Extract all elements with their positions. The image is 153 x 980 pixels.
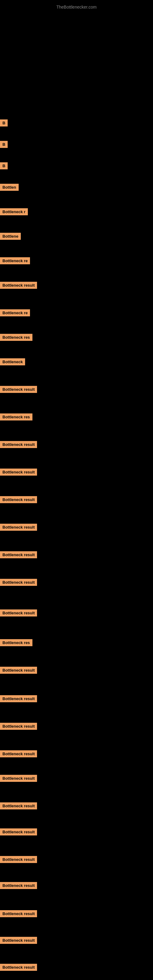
bottleneck-label-row: Bottleneck result (0, 829, 37, 837)
bottleneck-label-row: B (0, 141, 8, 149)
bottleneck-label-row: Bottleneck result (0, 882, 37, 890)
bottleneck-label-row: Bottleneck re (0, 309, 30, 318)
bottleneck-label-row: Bottleneck result (0, 667, 37, 675)
bottleneck-label: B (0, 162, 8, 169)
bottleneck-label-row: Bottleneck result (0, 386, 37, 394)
bottleneck-label-row: Bottleneck result (0, 469, 37, 477)
bottleneck-label: Bottleneck result (0, 802, 37, 810)
bottleneck-label-row: Bottleneck result (0, 282, 37, 290)
bottleneck-label-row: Bottleneck res (0, 639, 32, 648)
bottleneck-label: Bottleneck result (0, 496, 37, 503)
bottleneck-label-row: Bottleneck r (0, 208, 28, 216)
bottleneck-label: Bottleneck result (0, 723, 37, 730)
bottleneck-label: Bottleneck result (0, 829, 37, 835)
bottleneck-label: Bottleneck result (0, 882, 37, 889)
bottleneck-label: Bottleneck result (0, 282, 37, 289)
bottleneck-label: Bottleneck result (0, 775, 37, 782)
bottleneck-label: B (0, 141, 8, 148)
bottleneck-label: Bottleneck r (0, 208, 28, 215)
bottleneck-label-row: Bottleneck re (0, 257, 30, 266)
bottleneck-label: Bottleneck re (0, 309, 30, 317)
bottleneck-label: Bottleneck (0, 358, 25, 365)
site-title: TheBottlenecker.com (0, 2, 153, 11)
bottleneck-label: Bottleneck result (0, 910, 37, 917)
bottleneck-label-row: Bottleneck result (0, 775, 37, 783)
bottleneck-label: Bottleneck result (0, 750, 37, 757)
bottleneck-label: Bottleneck re (0, 257, 30, 264)
bottleneck-label: Bottleneck result (0, 386, 37, 393)
bottleneck-label: Bottleneck result (0, 667, 37, 674)
bottleneck-label: Bottleneck result (0, 609, 37, 616)
bottleneck-label-row: B (0, 162, 8, 170)
bottleneck-label-row: Bottleneck result (0, 524, 37, 532)
bottleneck-label-row: Bottleneck res (0, 414, 32, 422)
bottleneck-label-row: Bottleneck result (0, 856, 37, 864)
bottleneck-label: Bottleneck result (0, 441, 37, 448)
bottleneck-label-row: Bottlen (0, 184, 19, 192)
bottleneck-label: Bottleneck result (0, 856, 37, 863)
bottleneck-label-row: Bottlene (0, 233, 21, 241)
bottleneck-label-row: Bottleneck result (0, 609, 37, 618)
bottleneck-label: B (0, 119, 8, 126)
bottleneck-label: Bottlen (0, 184, 19, 191)
bottleneck-label: Bottleneck result (0, 551, 37, 558)
bottleneck-label: Bottleneck res (0, 334, 32, 341)
bottleneck-label: Bottleneck result (0, 964, 37, 971)
bottleneck-label: Bottleneck res (0, 414, 32, 420)
bottleneck-label: Bottleneck result (0, 937, 37, 944)
bottleneck-label-row: Bottleneck result (0, 802, 37, 811)
bottleneck-label-row: Bottleneck result (0, 937, 37, 945)
bottleneck-label: Bottleneck result (0, 579, 37, 586)
bottleneck-label: Bottleneck res (0, 639, 32, 646)
bottleneck-label-row: Bottleneck result (0, 551, 37, 560)
bottleneck-label: Bottleneck result (0, 469, 37, 476)
bottleneck-label-row: Bottleneck result (0, 750, 37, 759)
bottleneck-label-row: B (0, 119, 8, 128)
bottleneck-label-row: Bottleneck result (0, 441, 37, 449)
bottleneck-label-row: Bottleneck (0, 358, 25, 367)
bottleneck-label: Bottleneck result (0, 524, 37, 531)
bottleneck-label: Bottlene (0, 233, 21, 240)
bottleneck-label-row: Bottleneck result (0, 496, 37, 504)
bottleneck-label-row: Bottleneck result (0, 910, 37, 918)
bottleneck-label-row: Bottleneck result (0, 579, 37, 587)
bottleneck-label-row: Bottleneck result (0, 723, 37, 731)
bottleneck-label-row: Bottleneck result (0, 695, 37, 703)
bottleneck-label: Bottleneck result (0, 695, 37, 702)
bottleneck-label-row: Bottleneck res (0, 334, 32, 342)
bottleneck-label-row: Bottleneck result (0, 964, 37, 972)
